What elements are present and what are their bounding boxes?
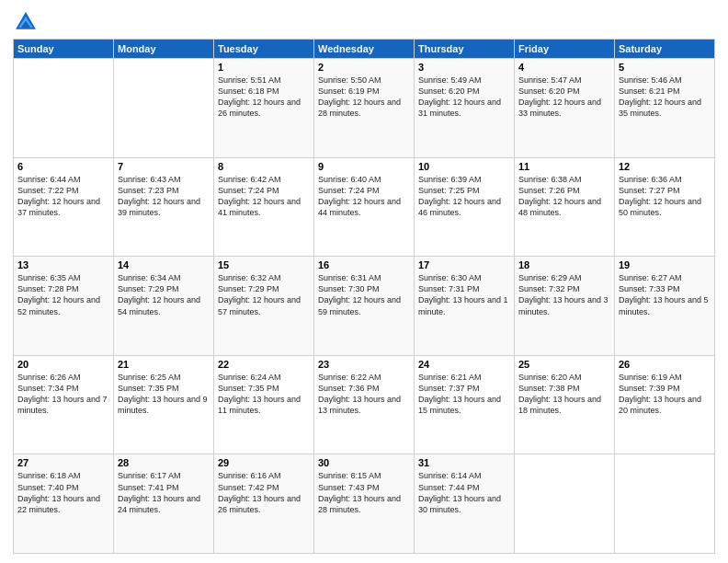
- day-content: Sunrise: 6:36 AM Sunset: 7:27 PM Dayligh…: [619, 174, 711, 219]
- calendar-week-3: 13Sunrise: 6:35 AM Sunset: 7:28 PM Dayli…: [14, 257, 715, 356]
- day-number: 31: [418, 457, 510, 468]
- day-number: 25: [518, 359, 610, 370]
- weekday-header-sunday: Sunday: [14, 40, 114, 59]
- day-content: Sunrise: 6:14 AM Sunset: 7:44 PM Dayligh…: [418, 470, 510, 515]
- day-content: Sunrise: 5:50 AM Sunset: 6:19 PM Dayligh…: [318, 75, 410, 120]
- day-content: Sunrise: 6:26 AM Sunset: 7:34 PM Dayligh…: [17, 372, 109, 417]
- day-content: Sunrise: 6:42 AM Sunset: 7:24 PM Dayligh…: [218, 174, 310, 219]
- day-content: Sunrise: 5:46 AM Sunset: 6:21 PM Dayligh…: [619, 75, 711, 120]
- calendar-cell: 12Sunrise: 6:36 AM Sunset: 7:27 PM Dayli…: [615, 157, 715, 257]
- calendar-cell: 25Sunrise: 6:20 AM Sunset: 7:38 PM Dayli…: [515, 355, 615, 454]
- calendar-cell: 3Sunrise: 5:49 AM Sunset: 6:20 PM Daylig…: [415, 59, 515, 158]
- calendar-cell: 1Sunrise: 5:51 AM Sunset: 6:18 PM Daylig…: [214, 59, 314, 158]
- day-content: Sunrise: 6:22 AM Sunset: 7:36 PM Dayligh…: [318, 372, 410, 417]
- day-number: 28: [118, 457, 210, 468]
- day-number: 11: [518, 161, 610, 172]
- calendar-cell: 22Sunrise: 6:24 AM Sunset: 7:35 PM Dayli…: [214, 355, 314, 454]
- day-content: Sunrise: 6:25 AM Sunset: 7:35 PM Dayligh…: [118, 372, 210, 417]
- day-number: 17: [418, 259, 510, 270]
- weekday-header-friday: Friday: [515, 40, 615, 59]
- day-number: 7: [118, 161, 210, 172]
- day-content: Sunrise: 6:27 AM Sunset: 7:33 PM Dayligh…: [619, 272, 711, 317]
- calendar-cell: 24Sunrise: 6:21 AM Sunset: 7:37 PM Dayli…: [415, 355, 515, 454]
- day-content: Sunrise: 5:47 AM Sunset: 6:20 PM Dayligh…: [518, 75, 610, 120]
- day-number: 29: [218, 457, 310, 468]
- day-content: Sunrise: 6:40 AM Sunset: 7:24 PM Dayligh…: [318, 174, 410, 219]
- calendar-cell: 8Sunrise: 6:42 AM Sunset: 7:24 PM Daylig…: [214, 157, 314, 257]
- calendar-cell: 4Sunrise: 5:47 AM Sunset: 6:20 PM Daylig…: [515, 59, 615, 158]
- calendar-cell: 19Sunrise: 6:27 AM Sunset: 7:33 PM Dayli…: [615, 257, 715, 356]
- weekday-header-row: SundayMondayTuesdayWednesdayThursdayFrid…: [14, 40, 715, 59]
- logo-icon: [13, 9, 39, 35]
- day-content: Sunrise: 6:20 AM Sunset: 7:38 PM Dayligh…: [518, 372, 610, 417]
- day-number: 14: [118, 259, 210, 270]
- day-number: 27: [17, 457, 109, 468]
- day-content: Sunrise: 6:16 AM Sunset: 7:42 PM Dayligh…: [218, 470, 310, 515]
- page: SundayMondayTuesdayWednesdayThursdayFrid…: [0, 0, 728, 563]
- logo: [13, 9, 42, 35]
- day-number: 10: [418, 161, 510, 172]
- calendar-cell: 13Sunrise: 6:35 AM Sunset: 7:28 PM Dayli…: [14, 257, 114, 356]
- calendar-cell: 31Sunrise: 6:14 AM Sunset: 7:44 PM Dayli…: [415, 454, 515, 554]
- day-content: Sunrise: 6:39 AM Sunset: 7:25 PM Dayligh…: [418, 174, 510, 219]
- calendar-cell: 7Sunrise: 6:43 AM Sunset: 7:23 PM Daylig…: [114, 157, 214, 257]
- day-number: 15: [218, 259, 310, 270]
- day-content: Sunrise: 6:18 AM Sunset: 7:40 PM Dayligh…: [17, 470, 109, 515]
- day-content: Sunrise: 6:44 AM Sunset: 7:22 PM Dayligh…: [17, 174, 109, 219]
- calendar-cell: 23Sunrise: 6:22 AM Sunset: 7:36 PM Dayli…: [314, 355, 415, 454]
- calendar-cell: [515, 454, 615, 554]
- day-content: Sunrise: 6:30 AM Sunset: 7:31 PM Dayligh…: [418, 272, 510, 317]
- day-number: 19: [619, 259, 711, 270]
- calendar-cell: 28Sunrise: 6:17 AM Sunset: 7:41 PM Dayli…: [114, 454, 214, 554]
- calendar-cell: 6Sunrise: 6:44 AM Sunset: 7:22 PM Daylig…: [14, 157, 114, 257]
- day-number: 23: [318, 359, 410, 370]
- day-content: Sunrise: 6:34 AM Sunset: 7:29 PM Dayligh…: [118, 272, 210, 317]
- calendar-cell: 10Sunrise: 6:39 AM Sunset: 7:25 PM Dayli…: [415, 157, 515, 257]
- day-number: 12: [619, 161, 711, 172]
- day-number: 9: [318, 161, 410, 172]
- calendar-cell: 16Sunrise: 6:31 AM Sunset: 7:30 PM Dayli…: [314, 257, 415, 356]
- day-number: 6: [17, 161, 109, 172]
- calendar-cell: [14, 59, 114, 158]
- day-content: Sunrise: 6:35 AM Sunset: 7:28 PM Dayligh…: [17, 272, 109, 317]
- day-content: Sunrise: 6:43 AM Sunset: 7:23 PM Dayligh…: [118, 174, 210, 219]
- day-number: 22: [218, 359, 310, 370]
- day-number: 18: [518, 259, 610, 270]
- day-number: 5: [619, 62, 711, 73]
- calendar-cell: 9Sunrise: 6:40 AM Sunset: 7:24 PM Daylig…: [314, 157, 415, 257]
- weekday-header-tuesday: Tuesday: [214, 40, 314, 59]
- day-content: Sunrise: 5:49 AM Sunset: 6:20 PM Dayligh…: [418, 75, 510, 120]
- calendar-cell: 29Sunrise: 6:16 AM Sunset: 7:42 PM Dayli…: [214, 454, 314, 554]
- calendar-cell: 18Sunrise: 6:29 AM Sunset: 7:32 PM Dayli…: [515, 257, 615, 356]
- weekday-header-wednesday: Wednesday: [314, 40, 415, 59]
- calendar-cell: 11Sunrise: 6:38 AM Sunset: 7:26 PM Dayli…: [515, 157, 615, 257]
- day-content: Sunrise: 6:15 AM Sunset: 7:43 PM Dayligh…: [318, 470, 410, 515]
- day-number: 26: [619, 359, 711, 370]
- weekday-header-monday: Monday: [114, 40, 214, 59]
- calendar-cell: 5Sunrise: 5:46 AM Sunset: 6:21 PM Daylig…: [615, 59, 715, 158]
- weekday-header-thursday: Thursday: [415, 40, 515, 59]
- calendar-week-2: 6Sunrise: 6:44 AM Sunset: 7:22 PM Daylig…: [14, 157, 715, 257]
- calendar-cell: [615, 454, 715, 554]
- day-number: 30: [318, 457, 410, 468]
- day-number: 3: [418, 62, 510, 73]
- calendar-cell: [114, 59, 214, 158]
- day-content: Sunrise: 6:24 AM Sunset: 7:35 PM Dayligh…: [218, 372, 310, 417]
- day-content: Sunrise: 6:32 AM Sunset: 7:29 PM Dayligh…: [218, 272, 310, 317]
- day-number: 24: [418, 359, 510, 370]
- day-content: Sunrise: 6:19 AM Sunset: 7:39 PM Dayligh…: [619, 372, 711, 417]
- day-number: 4: [518, 62, 610, 73]
- calendar-cell: 30Sunrise: 6:15 AM Sunset: 7:43 PM Dayli…: [314, 454, 415, 554]
- day-content: Sunrise: 6:29 AM Sunset: 7:32 PM Dayligh…: [518, 272, 610, 317]
- day-number: 8: [218, 161, 310, 172]
- calendar-week-1: 1Sunrise: 5:51 AM Sunset: 6:18 PM Daylig…: [14, 59, 715, 158]
- day-content: Sunrise: 6:31 AM Sunset: 7:30 PM Dayligh…: [318, 272, 410, 317]
- day-content: Sunrise: 5:51 AM Sunset: 6:18 PM Dayligh…: [218, 75, 310, 120]
- day-number: 20: [17, 359, 109, 370]
- calendar-cell: 2Sunrise: 5:50 AM Sunset: 6:19 PM Daylig…: [314, 59, 415, 158]
- calendar-week-5: 27Sunrise: 6:18 AM Sunset: 7:40 PM Dayli…: [14, 454, 715, 554]
- calendar-week-4: 20Sunrise: 6:26 AM Sunset: 7:34 PM Dayli…: [14, 355, 715, 454]
- weekday-header-saturday: Saturday: [615, 40, 715, 59]
- day-number: 16: [318, 259, 410, 270]
- calendar-cell: 21Sunrise: 6:25 AM Sunset: 7:35 PM Dayli…: [114, 355, 214, 454]
